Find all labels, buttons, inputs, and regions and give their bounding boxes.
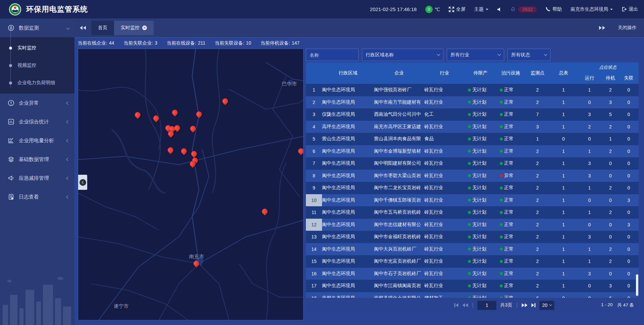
map-marker-icon[interactable]: [261, 208, 268, 217]
tab-close-icon[interactable]: [142, 25, 147, 30]
map-marker-icon[interactable]: [180, 148, 187, 156]
temperature-unit: ℃: [435, 7, 440, 12]
map-marker-icon[interactable]: [193, 260, 200, 269]
status-text: 无计划: [472, 283, 486, 289]
tab-realtime-monitor[interactable]: 实时监控: [114, 21, 154, 35]
map-marker-icon[interactable]: [171, 109, 178, 118]
status-text: 正常: [504, 111, 514, 117]
map-marker-icon[interactable]: [153, 115, 159, 123]
theme-dropdown[interactable]: 主题: [474, 6, 488, 12]
page-number-input[interactable]: 1: [478, 301, 496, 310]
logout-button[interactable]: 退出: [622, 6, 638, 12]
next-page-button[interactable]: [522, 303, 528, 307]
status-green-dot-icon: [468, 89, 471, 92]
tab-home[interactable]: 首页: [91, 21, 114, 35]
notification-bell[interactable]: 2632: [511, 6, 537, 12]
prev-page-button[interactable]: [462, 303, 468, 307]
cell-num: 9: [306, 185, 322, 191]
cell-limit: 无计划: [465, 246, 496, 252]
sidebar-item-enterprise-stats[interactable]: 企业综合统计: [0, 112, 74, 131]
sidebar-item-base-data[interactable]: 基础数据管理: [0, 150, 74, 169]
cell-run: 3: [577, 271, 602, 276]
cell-industry: 砖瓦行业: [424, 124, 465, 130]
cell-limit: 无计划: [465, 160, 496, 166]
cell-points: 2: [525, 222, 550, 227]
column-header-offline: 失联: [619, 72, 639, 84]
table-row[interactable]: 6阆中生态环境局阆中市金博瑞新型墙材砖瓦行业无计划正常21120: [306, 145, 639, 158]
map-marker-icon[interactable]: [134, 111, 141, 120]
map-marker-icon[interactable]: [190, 125, 196, 134]
column-group-point-status: 点位状态 运行 停机 失联: [577, 62, 639, 84]
cell-limit: 无计划: [465, 136, 496, 142]
page-size-select[interactable]: 20: [540, 301, 554, 310]
cell-industry: 化工: [424, 111, 465, 117]
district-filter-select[interactable]: 行政区域名称: [362, 49, 443, 61]
last-page-button[interactable]: [532, 303, 536, 307]
cell-facility: 正常: [496, 283, 525, 289]
sidebar-subitem-realtime-monitor[interactable]: 实时监控: [0, 39, 74, 57]
tabs-scroll-right-button[interactable]: [594, 26, 610, 30]
table-row[interactable]: 5营山生态环境局营山县润丰肉食品有限食品无计划正常10010: [306, 133, 639, 145]
cell-meters: 1: [550, 210, 577, 215]
table-row[interactable]: 2阆中生态环境局阆中市南方节能建材有砖瓦行业无计划正常21030: [306, 96, 639, 109]
status-text: 正常: [504, 283, 514, 289]
name-filter-input[interactable]: [306, 49, 359, 61]
sidebar-subitem-video-monitor[interactable]: 视频监控: [0, 57, 74, 74]
industry-filter-select[interactable]: 所有行业: [447, 49, 504, 61]
map-marker-icon[interactable]: [196, 111, 202, 119]
table-row[interactable]: 18南部生态环境局南部县砚化土砖有限公建材加工无计划正常60060: [306, 292, 639, 298]
fullscreen-button[interactable]: 全屏: [449, 6, 466, 12]
org-dropdown[interactable]: 南充市生态环境局: [571, 6, 613, 12]
table-row[interactable]: 16阆中生态环境局阆中市石子页岩机砖厂砖瓦行业无计划正常21300: [306, 268, 639, 280]
table-scrollbar-thumb[interactable]: [636, 274, 638, 296]
table-row[interactable]: 17阆中生态环境局阆中市江南镇阆南页岩砖瓦行业无计划正常21030: [306, 280, 639, 292]
table-row[interactable]: 7阆中生态环境局阆中明阳建材有限公司砖瓦行业无计划正常21300: [306, 157, 639, 170]
close-operations-button[interactable]: 关闭操作: [618, 25, 637, 31]
log-icon: [7, 193, 15, 201]
status-green-dot-icon: [468, 211, 471, 214]
sidebar-item-enterprise-abnormal[interactable]: 企业异常: [0, 94, 74, 112]
voice-toggle-button[interactable]: [497, 7, 502, 12]
map-marker-icon[interactable]: [189, 160, 196, 169]
map-marker-icon[interactable]: [298, 148, 304, 156]
map-collapse-button[interactable]: [78, 175, 87, 190]
first-page-button[interactable]: [454, 303, 458, 307]
cell-points: 2: [525, 161, 550, 166]
status-text: 无计划: [472, 148, 486, 154]
cell-industry: 砖瓦行业: [424, 197, 465, 203]
table-row[interactable]: 4高坪生态环境局南充市高坪区王家店建砖瓦行业无计划正常31220: [306, 121, 639, 133]
status-text: 无计划: [472, 173, 486, 179]
cell-limit: 无计划: [465, 271, 496, 277]
table-row[interactable]: 1阆中生态环境局阆中强锐页岩砖厂砖瓦行业无计划正常21120: [306, 84, 639, 96]
cell-facility: 正常: [496, 295, 525, 298]
table-row[interactable]: 15阆中生态环境局阆中市光富页岩机砖厂砖瓦行业无计划正常21120: [306, 255, 639, 268]
status-text: 正常: [504, 197, 514, 203]
sidebar-item-emergency-reduction[interactable]: 应急减排管理: [0, 169, 74, 187]
map-marker-icon[interactable]: [222, 98, 228, 106]
table-row[interactable]: 13阆中生态环境局阆中市金福旺页岩机砖砖瓦行业无计划正常21300: [306, 231, 639, 243]
map-panel[interactable]: 巴中市南充市遂宁市: [78, 49, 304, 320]
cell-points: 2: [525, 100, 550, 105]
industry-filter-value: 所有行业: [450, 52, 495, 58]
table-row[interactable]: 9阆中生态环境局阆中市二龙长宝页岩砖砖瓦行业无计划正常21120: [306, 182, 639, 194]
table-row[interactable]: 11阆中生态环境局阆中市五马桥页岩机砖砖瓦行业无计划正常21120: [306, 206, 639, 219]
cell-industry: 食品: [424, 136, 465, 142]
help-button[interactable]: 帮助: [545, 6, 562, 12]
sidebar-item-power-analysis[interactable]: 企业用电量分析: [0, 131, 74, 150]
tabs-scroll-left-button[interactable]: [74, 26, 91, 30]
status-filter-select[interactable]: 所有状态: [507, 49, 550, 61]
cell-points: 2: [525, 210, 550, 215]
table-row[interactable]: 12阆中生态环境局阆中市忠信建材有限公砖瓦行业无计划正常21003: [306, 219, 639, 231]
status-filter-value: 所有状态: [511, 52, 541, 58]
table-row[interactable]: 3仪陇生态环境局西南油气田分公司川中化工无计划正常71350: [306, 108, 639, 121]
map-marker-icon[interactable]: [174, 124, 180, 133]
status-green-dot-icon: [468, 260, 471, 263]
map-marker-icon[interactable]: [167, 130, 174, 139]
map-marker-icon[interactable]: [167, 147, 174, 155]
table-row[interactable]: 14阆中生态环境局阆中大兴页岩机砖厂砖瓦行业无计划正常21120: [306, 243, 639, 256]
table-row[interactable]: 8阆中生态环境局阆中市枣碧大梁山页岩砖瓦行业无计划异常21300: [306, 170, 639, 182]
table-row[interactable]: 10阆中生态环境局阆中千佛镇五郎垭页岩砖瓦行业无计划正常21003: [306, 194, 639, 207]
sidebar-item-log-view[interactable]: 日志查看: [0, 187, 74, 206]
sidebar-subitem-power-load-detail[interactable]: 企业电力负荷明细: [0, 74, 74, 92]
sidebar-item-data-monitoring[interactable]: 数据监测: [0, 18, 74, 37]
